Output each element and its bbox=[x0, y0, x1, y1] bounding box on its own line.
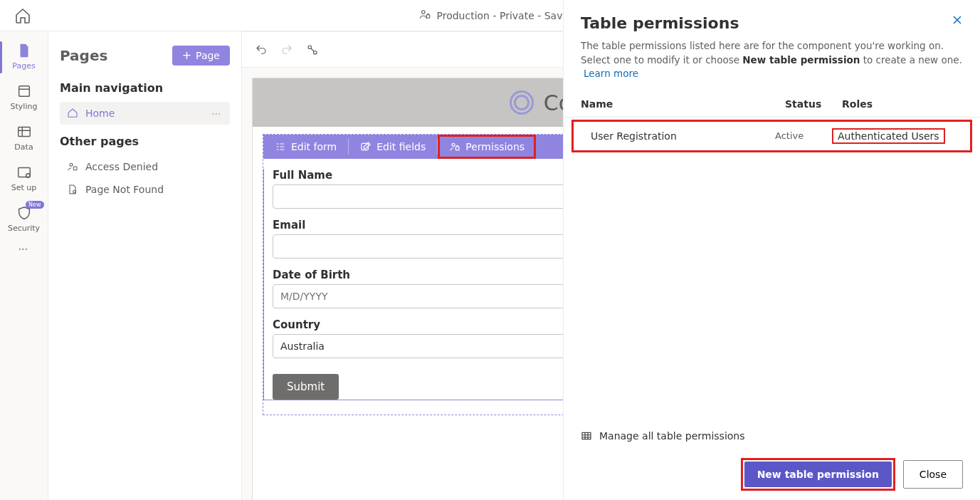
edit-form-label: Edit form bbox=[291, 141, 337, 152]
permission-row[interactable]: User Registration Active Authenticated U… bbox=[574, 123, 970, 149]
logo-icon bbox=[510, 90, 534, 115]
redo-icon[interactable] bbox=[280, 43, 293, 56]
permissions-label: Permissions bbox=[465, 141, 525, 152]
rail-pages[interactable]: Pages bbox=[0, 37, 48, 78]
svg-rect-3 bbox=[18, 127, 30, 137]
panel-footer: New table permission Close bbox=[564, 449, 980, 500]
permission-row-highlight: User Registration Active Authenticated U… bbox=[574, 122, 970, 150]
page-home-label: Home bbox=[85, 108, 115, 119]
panel-title: Table permissions bbox=[581, 14, 739, 32]
edit-form-button[interactable]: Edit form bbox=[263, 135, 348, 159]
svg-rect-7 bbox=[73, 167, 77, 170]
country-value: Australia bbox=[280, 340, 325, 352]
add-page-button[interactable]: + Page bbox=[172, 46, 230, 66]
svg-rect-14 bbox=[582, 432, 591, 439]
plus-icon: + bbox=[182, 50, 191, 61]
svg-rect-4 bbox=[18, 168, 30, 177]
rail-setup-label: Set up bbox=[11, 183, 37, 192]
panel-description: The table permissions listed here are fo… bbox=[564, 39, 980, 91]
new-badge: New bbox=[26, 201, 43, 209]
permissions-panel: Table permissions The table permissions … bbox=[563, 0, 980, 500]
svg-point-0 bbox=[421, 11, 425, 14]
edit-fields-button[interactable]: Edit fields bbox=[349, 135, 437, 159]
rail-data[interactable]: Data bbox=[0, 118, 48, 159]
home-icon[interactable] bbox=[14, 7, 31, 24]
svg-rect-13 bbox=[456, 147, 460, 150]
page-access-denied-row[interactable]: Access Denied bbox=[60, 155, 230, 178]
fields-icon bbox=[360, 141, 372, 152]
rail-styling[interactable]: Styling bbox=[0, 78, 48, 118]
pages-title: Pages bbox=[60, 47, 107, 64]
col-name: Name bbox=[581, 98, 785, 110]
person-lock-icon bbox=[67, 161, 78, 172]
col-status: Status bbox=[785, 98, 842, 110]
new-table-permission-button[interactable]: New table permission bbox=[744, 462, 892, 487]
page-access-denied-label: Access Denied bbox=[85, 161, 158, 172]
svg-point-12 bbox=[452, 143, 455, 146]
other-pages-heading: Other pages bbox=[60, 135, 230, 148]
learn-more-link[interactable]: Learn more bbox=[584, 68, 638, 79]
edit-fields-label: Edit fields bbox=[376, 141, 426, 152]
panel-desc-suffix: to create a new one. bbox=[860, 54, 961, 66]
primary-button-highlight: New table permission bbox=[743, 460, 893, 489]
link-icon[interactable] bbox=[306, 43, 319, 56]
rail-data-label: Data bbox=[14, 142, 33, 152]
row-name: User Registration bbox=[591, 130, 775, 142]
people-lock-icon bbox=[418, 8, 431, 23]
manage-all-link[interactable]: Manage all table permissions bbox=[564, 423, 980, 449]
row-roles-text: Authenticated Users bbox=[832, 128, 945, 144]
page-home-menu[interactable]: ⋯ bbox=[211, 108, 223, 119]
workspace-label[interactable]: Production - Private - Saved bbox=[437, 10, 575, 21]
pages-panel: Pages + Page Main navigation Home ⋯ Othe… bbox=[48, 31, 242, 500]
submit-button[interactable]: Submit bbox=[273, 374, 339, 400]
rail-pages-label: Pages bbox=[12, 61, 35, 71]
main-nav-heading: Main navigation bbox=[60, 81, 230, 95]
permissions-icon bbox=[449, 141, 460, 152]
page-warning-icon bbox=[67, 184, 78, 195]
rail-more[interactable]: ⋯ bbox=[19, 243, 30, 254]
table-icon bbox=[581, 430, 592, 442]
svg-point-6 bbox=[70, 163, 73, 166]
left-rail: Pages Styling Data Set up New Security ⋯ bbox=[0, 31, 48, 500]
panel-desc-bold: New table permission bbox=[742, 54, 860, 66]
svg-rect-2 bbox=[19, 86, 29, 97]
add-page-label: Page bbox=[196, 50, 220, 61]
permissions-table-header: Name Status Roles bbox=[564, 91, 980, 118]
rail-styling-label: Styling bbox=[11, 102, 38, 111]
col-roles: Roles bbox=[842, 98, 963, 110]
form-icon bbox=[275, 141, 286, 152]
page-not-found-label: Page Not Found bbox=[85, 184, 164, 195]
page-not-found-row[interactable]: Page Not Found bbox=[60, 178, 230, 201]
permissions-button[interactable]: Permissions bbox=[438, 135, 536, 159]
rail-security-label: Security bbox=[8, 224, 40, 233]
svg-rect-1 bbox=[426, 15, 430, 19]
row-status: Active bbox=[775, 130, 832, 141]
rail-setup[interactable]: Set up bbox=[0, 159, 48, 199]
row-roles: Authenticated Users bbox=[832, 130, 953, 142]
close-button[interactable]: Close bbox=[903, 460, 963, 489]
page-home-row[interactable]: Home ⋯ bbox=[60, 102, 230, 125]
undo-icon[interactable] bbox=[255, 43, 268, 56]
manage-all-label: Manage all table permissions bbox=[599, 430, 745, 442]
close-icon[interactable] bbox=[952, 14, 963, 26]
home-icon bbox=[67, 108, 78, 119]
rail-security[interactable]: New Security bbox=[0, 199, 48, 240]
